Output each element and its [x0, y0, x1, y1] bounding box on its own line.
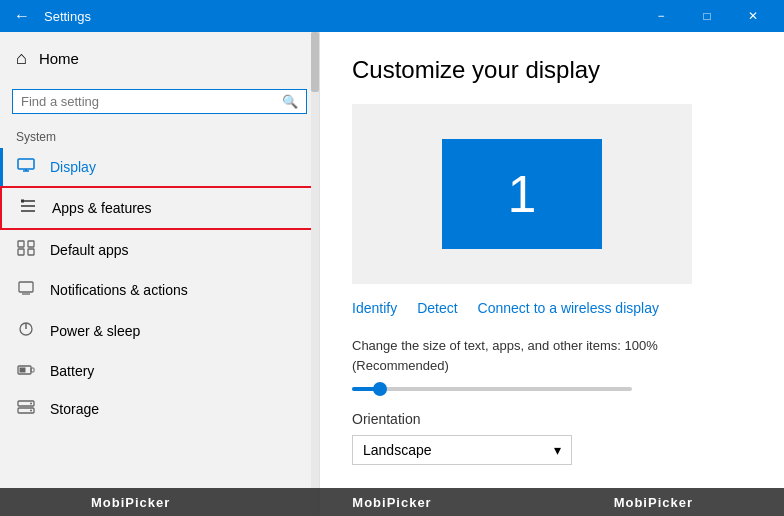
svg-rect-0 [18, 159, 34, 169]
maximize-button[interactable]: □ [684, 0, 730, 32]
default-apps-icon [16, 240, 36, 260]
svg-rect-8 [28, 241, 34, 247]
monitor-display: 1 [442, 139, 602, 249]
sidebar-section-label: System [0, 122, 319, 148]
sidebar-item-default-apps-label: Default apps [50, 242, 129, 258]
orientation-value: Landscape [363, 442, 432, 458]
sidebar-item-storage[interactable]: Storage [0, 390, 319, 428]
app-title: Settings [44, 9, 638, 24]
sidebar-scrollbar-thumb[interactable] [311, 32, 319, 92]
svg-rect-9 [18, 249, 24, 255]
sidebar-item-display-label: Display [50, 159, 96, 175]
scale-slider-thumb[interactable] [373, 382, 387, 396]
notifications-icon [16, 280, 36, 300]
main-layout: ⌂ Home 🔍 System Display [0, 32, 784, 516]
sidebar-item-notifications-label: Notifications & actions [50, 282, 188, 298]
identify-link[interactable]: Identify [352, 300, 397, 316]
svg-point-21 [30, 410, 32, 412]
search-icon: 🔍 [282, 94, 298, 109]
svg-rect-7 [18, 241, 24, 247]
titlebar: ← Settings − □ ✕ [0, 0, 784, 32]
sidebar-items-list: Display Apps & features [0, 148, 319, 516]
svg-rect-16 [31, 368, 34, 372]
search-input[interactable] [21, 94, 276, 109]
sidebar-scrollbar[interactable] [311, 32, 319, 516]
sidebar-item-power-label: Power & sleep [50, 323, 140, 339]
svg-rect-10 [28, 249, 34, 255]
sidebar-item-battery[interactable]: Battery [0, 352, 319, 390]
orientation-label: Orientation [352, 411, 752, 427]
back-icon: ← [14, 7, 30, 25]
search-box[interactable]: 🔍 [12, 89, 307, 114]
power-icon [16, 320, 36, 342]
sidebar-item-default-apps[interactable]: Default apps [0, 230, 319, 270]
display-preview: 1 [352, 104, 692, 284]
dropdown-arrow-icon: ▾ [554, 442, 561, 458]
sidebar-item-battery-label: Battery [50, 363, 94, 379]
orientation-dropdown[interactable]: Landscape ▾ [352, 435, 572, 465]
wireless-display-link[interactable]: Connect to a wireless display [478, 300, 659, 316]
sidebar-item-power[interactable]: Power & sleep [0, 310, 319, 352]
display-links: Identify Detect Connect to a wireless di… [352, 300, 752, 316]
scale-recommended: (Recommended) [352, 358, 449, 373]
svg-rect-6 [21, 200, 24, 203]
sidebar-item-storage-label: Storage [50, 401, 99, 417]
monitor-number: 1 [508, 164, 537, 224]
apps-icon [18, 198, 38, 218]
svg-rect-17 [20, 368, 26, 373]
home-icon: ⌂ [16, 48, 27, 69]
svg-point-20 [30, 403, 32, 405]
close-button[interactable]: ✕ [730, 0, 776, 32]
content-area: Customize your display 1 Identify Detect… [320, 32, 784, 516]
back-button[interactable]: ← [8, 2, 36, 30]
scale-text: Change the size of text, apps, and other… [352, 338, 658, 353]
display-icon [16, 158, 36, 176]
svg-rect-11 [19, 282, 33, 292]
sidebar-item-notifications[interactable]: Notifications & actions [0, 270, 319, 310]
page-title: Customize your display [352, 56, 752, 84]
storage-icon [16, 400, 36, 418]
scale-slider-track[interactable] [352, 387, 632, 391]
battery-icon [16, 362, 36, 380]
sidebar-item-apps-label: Apps & features [52, 200, 152, 216]
sidebar-home-label: Home [39, 50, 79, 67]
window-controls: − □ ✕ [638, 0, 776, 32]
scale-description: Change the size of text, apps, and other… [352, 336, 752, 375]
sidebar-item-display[interactable]: Display [0, 148, 319, 186]
detect-link[interactable]: Detect [417, 300, 457, 316]
sidebar-item-apps[interactable]: Apps & features [0, 186, 319, 230]
sidebar-item-home[interactable]: ⌂ Home [0, 32, 319, 85]
minimize-button[interactable]: − [638, 0, 684, 32]
scale-slider-container [352, 387, 752, 391]
sidebar: ⌂ Home 🔍 System Display [0, 32, 320, 516]
